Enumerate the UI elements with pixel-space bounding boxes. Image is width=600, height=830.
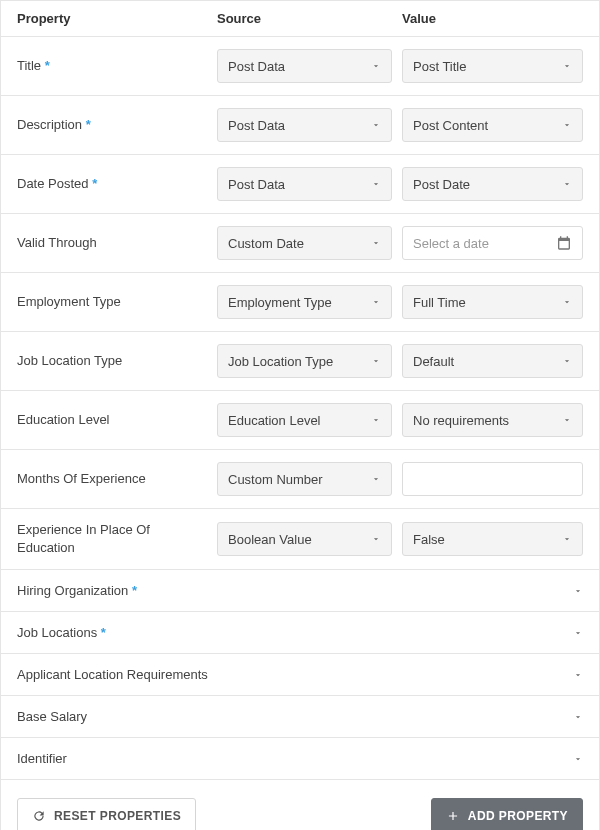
- chevron-down-icon: [562, 534, 572, 544]
- chevron-down-icon: [562, 297, 572, 307]
- collapsed-section[interactable]: Identifier: [1, 738, 599, 780]
- property-row: Job Location TypeJob Location TypeDefaul…: [1, 332, 599, 391]
- table-header: Property Source Value: [1, 1, 599, 37]
- source-select[interactable]: Education Level: [217, 403, 392, 437]
- footer: RESET PROPERTIES ADD PROPERTY: [1, 780, 599, 830]
- property-row: Months Of ExperienceCustom Number: [1, 450, 599, 509]
- property-row: Date Posted *Post DataPost Date: [1, 155, 599, 214]
- required-mark: *: [101, 625, 106, 640]
- chevron-down-icon: [371, 534, 381, 544]
- collapsed-label: Hiring Organization *: [17, 583, 137, 598]
- calendar-icon: [556, 235, 572, 251]
- value-select[interactable]: Post Title: [402, 49, 583, 83]
- collapsed-section[interactable]: Hiring Organization *: [1, 570, 599, 612]
- value-select[interactable]: Post Content: [402, 108, 583, 142]
- property-row: Employment TypeEmployment TypeFull Time: [1, 273, 599, 332]
- add-label: ADD PROPERTY: [468, 809, 568, 823]
- header-source: Source: [217, 11, 402, 26]
- value-select[interactable]: Full Time: [402, 285, 583, 319]
- chevron-down-icon: [371, 415, 381, 425]
- chevron-down-icon: [562, 415, 572, 425]
- chevron-down-icon: [371, 474, 381, 484]
- value-select[interactable]: False: [402, 522, 583, 556]
- property-panel: Property Source Value Title *Post DataPo…: [0, 0, 600, 830]
- source-select[interactable]: Boolean Value: [217, 522, 392, 556]
- property-label: Experience In Place Of Education: [17, 521, 217, 557]
- source-select[interactable]: Custom Number: [217, 462, 392, 496]
- chevron-down-icon: [573, 670, 583, 680]
- plus-icon: [446, 809, 460, 823]
- collapsed-label: Base Salary: [17, 709, 87, 724]
- collapsed-label: Job Locations *: [17, 625, 106, 640]
- chevron-down-icon: [573, 754, 583, 764]
- header-value: Value: [402, 11, 583, 26]
- source-select[interactable]: Job Location Type: [217, 344, 392, 378]
- value-text-input[interactable]: [402, 462, 583, 496]
- chevron-down-icon: [562, 120, 572, 130]
- property-label: Months Of Experience: [17, 470, 217, 488]
- chevron-down-icon: [562, 61, 572, 71]
- chevron-down-icon: [371, 356, 381, 366]
- property-label: Date Posted *: [17, 175, 217, 193]
- collapsed-section[interactable]: Base Salary: [1, 696, 599, 738]
- chevron-down-icon: [371, 61, 381, 71]
- chevron-down-icon: [371, 120, 381, 130]
- property-label: Job Location Type: [17, 352, 217, 370]
- add-property-button[interactable]: ADD PROPERTY: [431, 798, 583, 830]
- value-select[interactable]: Default: [402, 344, 583, 378]
- reset-label: RESET PROPERTIES: [54, 809, 181, 823]
- source-select[interactable]: Custom Date: [217, 226, 392, 260]
- chevron-down-icon: [573, 628, 583, 638]
- property-row: Title *Post DataPost Title: [1, 37, 599, 96]
- collapsed-section[interactable]: Applicant Location Requirements: [1, 654, 599, 696]
- property-row: Valid ThroughCustom DateSelect a date: [1, 214, 599, 273]
- collapsed-label: Applicant Location Requirements: [17, 667, 208, 682]
- chevron-down-icon: [371, 297, 381, 307]
- property-label: Valid Through: [17, 234, 217, 252]
- value-select[interactable]: Post Date: [402, 167, 583, 201]
- source-select[interactable]: Post Data: [217, 167, 392, 201]
- required-mark: *: [45, 58, 50, 73]
- source-select[interactable]: Employment Type: [217, 285, 392, 319]
- chevron-down-icon: [371, 238, 381, 248]
- source-select[interactable]: Post Data: [217, 49, 392, 83]
- source-select[interactable]: Post Data: [217, 108, 392, 142]
- required-mark: *: [86, 117, 91, 132]
- chevron-down-icon: [371, 179, 381, 189]
- refresh-icon: [32, 809, 46, 823]
- value-date-input[interactable]: Select a date: [402, 226, 583, 260]
- chevron-down-icon: [562, 179, 572, 189]
- property-label: Education Level: [17, 411, 217, 429]
- required-mark: *: [92, 176, 97, 191]
- reset-properties-button[interactable]: RESET PROPERTIES: [17, 798, 196, 830]
- chevron-down-icon: [562, 356, 572, 366]
- property-label: Title *: [17, 57, 217, 75]
- required-mark: *: [132, 583, 137, 598]
- property-row: Education LevelEducation LevelNo require…: [1, 391, 599, 450]
- value-select[interactable]: No requirements: [402, 403, 583, 437]
- collapsed-section[interactable]: Job Locations *: [1, 612, 599, 654]
- header-property: Property: [17, 11, 217, 26]
- collapsed-label: Identifier: [17, 751, 67, 766]
- property-row: Experience In Place Of EducationBoolean …: [1, 509, 599, 570]
- property-label: Employment Type: [17, 293, 217, 311]
- chevron-down-icon: [573, 586, 583, 596]
- property-label: Description *: [17, 116, 217, 134]
- chevron-down-icon: [573, 712, 583, 722]
- property-row: Description *Post DataPost Content: [1, 96, 599, 155]
